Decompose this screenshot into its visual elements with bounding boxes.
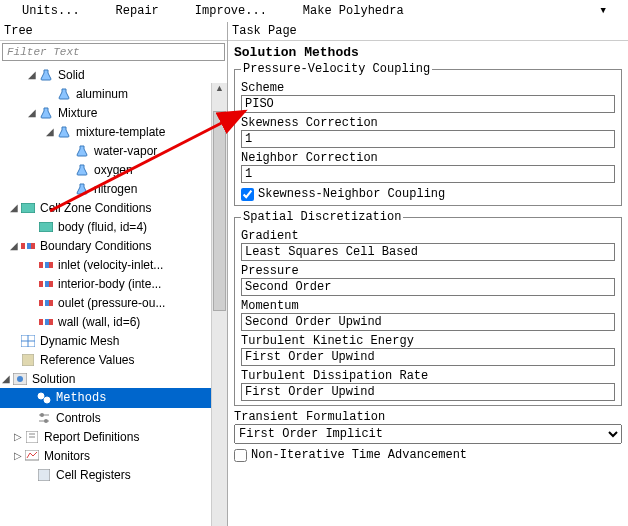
menu-dropdown-icon[interactable]: ▼ [601, 6, 606, 16]
controls-icon [36, 411, 52, 425]
flask-icon [38, 106, 54, 120]
svg-rect-16 [49, 319, 53, 325]
group-spatial-discretization: Spatial Discretization Gradient Least Sq… [234, 210, 622, 406]
svg-rect-12 [45, 300, 49, 306]
svg-rect-11 [39, 300, 43, 306]
tree-nitrogen[interactable]: nitrogen [0, 179, 227, 198]
mesh-icon [20, 334, 36, 348]
monitor-icon [24, 449, 40, 463]
svg-point-23 [38, 393, 44, 399]
legend-sd: Spatial Discretization [241, 210, 403, 224]
svg-rect-6 [45, 262, 49, 268]
svg-rect-2 [21, 243, 25, 249]
skewness-field[interactable]: 1 [241, 130, 615, 148]
tree-wall[interactable]: wall (wall, id=6) [0, 312, 227, 331]
skew-neighbor-checkbox[interactable] [241, 188, 254, 201]
solution-icon [12, 372, 28, 386]
tree-inlet[interactable]: inlet (velocity-inlet... [0, 255, 227, 274]
tree-report-definitions[interactable]: ▷Report Definitions [0, 427, 227, 446]
tree-cell-registers[interactable]: Cell Registers [0, 465, 227, 484]
svg-rect-15 [45, 319, 49, 325]
scheme-field[interactable]: PISO [241, 95, 615, 113]
gradient-field[interactable]: Least Squares Cell Based [241, 243, 615, 261]
menu-improve[interactable]: Improve... [195, 4, 267, 18]
top-menubar: Units... Repair Improve... Make Polyhedr… [0, 0, 628, 22]
menu-make-polyhedra[interactable]: Make Polyhedra [303, 4, 404, 18]
flask-icon [74, 182, 90, 196]
tree-water-vapor[interactable]: water-vapor [0, 141, 227, 160]
tree-mixture-template[interactable]: ◢mixture-template [0, 122, 227, 141]
tke-field[interactable]: First Order Upwind [241, 348, 615, 366]
tree-filter-input[interactable]: Filter Text [2, 43, 225, 61]
pressure-field[interactable]: Second Order [241, 278, 615, 296]
flask-icon [56, 125, 72, 139]
flask-icon [38, 68, 54, 82]
tdr-field[interactable]: First Order Upwind [241, 383, 615, 401]
tree-dynamic-mesh[interactable]: Dynamic Mesh [0, 331, 227, 350]
tree-solid[interactable]: ◢Solid [0, 65, 227, 84]
tree-body-fluid[interactable]: body (fluid, id=4) [0, 217, 227, 236]
ref-icon [20, 353, 36, 367]
svg-rect-14 [39, 319, 43, 325]
tree-aluminum[interactable]: aluminum [0, 84, 227, 103]
tree-mixture[interactable]: ◢Mixture [0, 103, 227, 122]
neighbor-label: Neighbor Correction [241, 151, 615, 165]
methods-icon [36, 391, 52, 405]
tree-interior-body[interactable]: interior-body (inte... [0, 274, 227, 293]
bc-icon [20, 239, 36, 253]
svg-rect-3 [27, 243, 31, 249]
skewness-label: Skewness Correction [241, 116, 615, 130]
svg-rect-5 [39, 262, 43, 268]
menu-units[interactable]: Units... [22, 4, 80, 18]
tree-controls[interactable]: Controls [0, 408, 227, 427]
nita-checkbox[interactable] [234, 449, 247, 462]
tdr-label: Turbulent Dissipation Rate [241, 369, 615, 383]
zone-icon [38, 220, 54, 234]
tree-methods[interactable]: Methods [0, 388, 227, 408]
tree-monitors[interactable]: ▷Monitors [0, 446, 227, 465]
tree-scrollbar[interactable]: ▲ [211, 83, 227, 526]
bc-icon [38, 315, 54, 329]
svg-rect-13 [49, 300, 53, 306]
menu-repair[interactable]: Repair [116, 4, 159, 18]
svg-point-24 [44, 397, 50, 403]
svg-rect-8 [39, 281, 43, 287]
tree-solution[interactable]: ◢Solution [0, 369, 227, 388]
transient-label: Transient Formulation [234, 410, 622, 424]
report-icon [24, 430, 40, 444]
tree-oxygen[interactable]: oxygen [0, 160, 227, 179]
skew-neighbor-label: Skewness-Neighbor Coupling [258, 187, 445, 201]
task-header: Solution Methods [234, 45, 622, 60]
momentum-label: Momentum [241, 299, 615, 313]
tree-reference-values[interactable]: Reference Values [0, 350, 227, 369]
group-pressure-velocity: Pressure-Velocity Coupling Scheme PISO S… [234, 62, 622, 206]
svg-rect-4 [31, 243, 35, 249]
tke-label: Turbulent Kinetic Energy [241, 334, 615, 348]
momentum-field[interactable]: Second Order Upwind [241, 313, 615, 331]
pressure-label: Pressure [241, 264, 615, 278]
register-icon [36, 468, 52, 482]
transient-select[interactable]: First Order Implicit [234, 424, 622, 444]
flask-icon [56, 87, 72, 101]
bc-icon [38, 277, 54, 291]
svg-rect-9 [45, 281, 49, 287]
model-tree: ◢Solid aluminum ◢Mixture ◢mixture-templa… [0, 63, 227, 526]
zone-icon [20, 201, 36, 215]
svg-point-28 [44, 419, 48, 423]
svg-point-22 [17, 376, 23, 382]
neighbor-field[interactable]: 1 [241, 165, 615, 183]
tree-cell-zone-conditions[interactable]: ◢Cell Zone Conditions [0, 198, 227, 217]
gradient-label: Gradient [241, 229, 615, 243]
svg-point-27 [40, 413, 44, 417]
svg-rect-33 [38, 469, 50, 481]
tree-pane-title: Tree [0, 22, 227, 41]
task-pane-title: Task Page [228, 22, 628, 41]
flask-icon [74, 163, 90, 177]
tree-outlet[interactable]: oulet (pressure-ou... [0, 293, 227, 312]
svg-rect-10 [49, 281, 53, 287]
legend-pv: Pressure-Velocity Coupling [241, 62, 432, 76]
svg-rect-1 [39, 222, 53, 232]
svg-rect-7 [49, 262, 53, 268]
svg-rect-0 [21, 203, 35, 213]
tree-boundary-conditions[interactable]: ◢Boundary Conditions [0, 236, 227, 255]
